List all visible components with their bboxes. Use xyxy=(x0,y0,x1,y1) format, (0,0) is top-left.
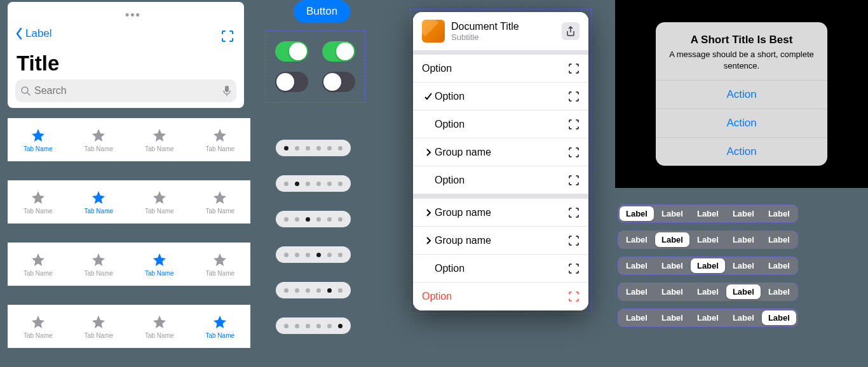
share-button[interactable] xyxy=(562,22,580,40)
back-label: Label xyxy=(25,27,52,40)
segment[interactable]: Label xyxy=(620,232,654,247)
alert-header: A Short Title Is Best A message should b… xyxy=(656,22,827,80)
segment[interactable]: Label xyxy=(691,232,725,247)
menu-option[interactable]: Option xyxy=(413,166,588,194)
segment[interactable]: Label xyxy=(726,310,761,325)
tab-label: Tab Name xyxy=(205,332,234,339)
switch[interactable] xyxy=(322,41,355,62)
segment[interactable]: Label xyxy=(655,206,689,221)
segment[interactable]: Label xyxy=(726,206,761,221)
tab-item[interactable]: Tab Name xyxy=(69,118,130,161)
switch[interactable] xyxy=(275,41,308,62)
switch[interactable] xyxy=(322,72,355,92)
menu-option[interactable]: Option xyxy=(413,283,588,310)
page-dot xyxy=(306,253,310,257)
tab-item[interactable]: Tab Name xyxy=(129,305,190,348)
page-dot xyxy=(327,146,332,150)
segment[interactable]: Label xyxy=(726,284,761,299)
segment[interactable]: Label xyxy=(620,206,654,221)
page-indicator[interactable] xyxy=(276,140,351,156)
tab-item[interactable]: Tab Name xyxy=(8,118,69,161)
segment[interactable]: Label xyxy=(691,206,725,221)
menu-item-label: Group name xyxy=(435,235,568,246)
search-icon xyxy=(20,86,31,96)
back-button[interactable]: Label xyxy=(15,27,52,40)
tab-item[interactable]: Tab Name xyxy=(8,243,69,286)
tab-bar-examples: Tab NameTab NameTab NameTab NameTab Name… xyxy=(8,118,250,367)
segment[interactable]: Label xyxy=(620,310,654,325)
page-dot xyxy=(316,146,321,150)
segment[interactable]: Label xyxy=(726,258,761,273)
switch-knob xyxy=(276,73,294,91)
segment[interactable]: Label xyxy=(762,258,796,273)
menu-item-label: Option xyxy=(422,63,568,74)
placeholder-icon xyxy=(568,207,580,218)
switch[interactable] xyxy=(275,72,308,92)
tab-item[interactable]: Tab Name xyxy=(190,118,251,161)
menu-group[interactable]: Group name xyxy=(413,199,588,227)
page-indicator[interactable] xyxy=(276,282,351,298)
scan-button[interactable] xyxy=(219,27,236,45)
search-field[interactable] xyxy=(15,79,236,102)
page-indicator[interactable] xyxy=(276,175,351,192)
tab-item[interactable]: Tab Name xyxy=(69,243,130,286)
segment[interactable]: Label xyxy=(655,310,689,325)
segment[interactable]: Label xyxy=(655,232,689,247)
mic-icon[interactable] xyxy=(222,85,231,97)
tab-label: Tab Name xyxy=(84,145,113,152)
tab-item[interactable]: Tab Name xyxy=(190,180,251,224)
primary-button[interactable]: Button xyxy=(294,0,350,23)
menu-option[interactable]: Option xyxy=(413,55,588,83)
tab-label: Tab Name xyxy=(145,145,174,152)
segment[interactable]: Label xyxy=(726,232,761,247)
alert-action[interactable]: Action xyxy=(656,80,827,109)
tab-item[interactable]: Tab Name xyxy=(129,180,190,224)
alert-action[interactable]: Action xyxy=(656,137,827,166)
chevron-right-icon xyxy=(422,208,435,217)
segment[interactable]: Label xyxy=(655,258,689,273)
menu-item-label: Group name xyxy=(435,147,568,158)
page-title: Title xyxy=(17,51,59,76)
tab-item[interactable]: Tab Name xyxy=(129,118,190,161)
segmented-control: LabelLabelLabelLabelLabel xyxy=(618,309,798,327)
page-dot xyxy=(316,253,321,257)
tab-item[interactable]: Tab Name xyxy=(190,243,251,286)
segment[interactable]: Label xyxy=(762,232,796,247)
segment[interactable]: Label xyxy=(762,206,796,221)
page-dot xyxy=(327,217,332,222)
menu-option[interactable]: Option xyxy=(413,110,588,138)
page-dot xyxy=(338,217,342,222)
tab-item[interactable]: Tab Name xyxy=(129,243,190,286)
search-input[interactable] xyxy=(34,85,222,97)
segment[interactable]: Label xyxy=(691,258,725,273)
tab-item[interactable]: Tab Name xyxy=(69,180,130,224)
tab-label: Tab Name xyxy=(145,208,174,215)
alert-action[interactable]: Action xyxy=(656,109,827,137)
tab-item[interactable]: Tab Name xyxy=(69,305,130,348)
menu-item-label: Option xyxy=(435,263,568,274)
tab-bar: Tab NameTab NameTab NameTab Name xyxy=(8,118,250,161)
page-indicator[interactable] xyxy=(276,317,351,334)
segment[interactable]: Label xyxy=(691,310,725,325)
menu-group[interactable]: Group name xyxy=(413,227,588,255)
ellipsis-icon[interactable]: ••• xyxy=(125,8,141,22)
page-indicator[interactable] xyxy=(276,211,351,227)
page-dot xyxy=(306,288,310,293)
tab-item[interactable]: Tab Name xyxy=(190,305,251,348)
page-dot xyxy=(306,217,310,222)
segment[interactable]: Label xyxy=(762,310,796,325)
menu-group[interactable]: Group name xyxy=(413,138,588,166)
page-indicator[interactable] xyxy=(276,246,351,263)
segment[interactable]: Label xyxy=(655,284,689,299)
menu-option[interactable]: Option xyxy=(413,255,588,283)
page-dot xyxy=(316,288,321,293)
tab-item[interactable]: Tab Name xyxy=(8,180,69,224)
segment[interactable]: Label xyxy=(691,284,725,299)
menu-option[interactable]: Option xyxy=(413,83,588,110)
segment[interactable]: Label xyxy=(762,284,796,299)
tab-label: Tab Name xyxy=(205,145,234,152)
segment[interactable]: Label xyxy=(620,284,654,299)
tab-item[interactable]: Tab Name xyxy=(8,305,69,348)
menu-item-label: Group name xyxy=(435,207,568,218)
segment[interactable]: Label xyxy=(620,258,654,273)
